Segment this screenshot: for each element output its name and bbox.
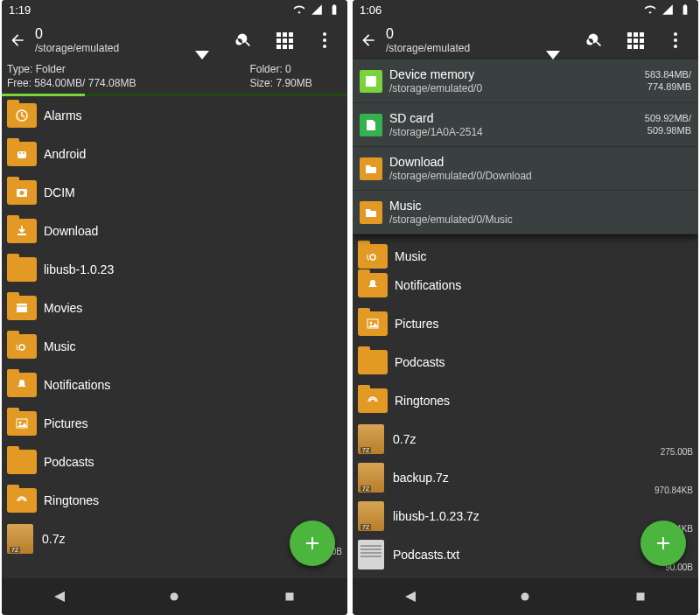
svg-point-2 [19,152,21,154]
list-item[interactable]: Ringtones [2,481,347,520]
wifi-icon [293,3,305,16]
overflow-menu-button[interactable] [309,32,340,48]
view-grid-button[interactable] [269,32,300,49]
item-dir-label [307,164,342,171]
item-name: Movies [44,301,342,315]
list-item[interactable]: Download [2,212,347,250]
overflow-menu-button[interactable] [660,32,691,48]
battery-icon [679,3,691,16]
folder-icon [7,411,37,436]
search-button[interactable] [579,31,611,49]
item-name: Music [395,249,693,263]
nav-recent-button[interactable] [280,587,299,606]
item-name: Ringtones [44,493,342,507]
view-grid-button[interactable] [620,32,651,49]
nav-back-button[interactable] [50,587,69,606]
dropdown-title: Device memory [389,67,645,82]
signal-icon [662,3,674,16]
dropdown-title: SD card [389,111,645,126]
item-name: backup.7z [393,471,693,485]
breadcrumb[interactable]: 0 /storage/emulated [35,25,190,55]
list-item[interactable]: Ringtones [353,381,698,420]
screen-right: 1:06 0 /storage/emulated Device memory/s… [353,0,698,615]
path-title: 0 [35,25,190,42]
dropdown-item[interactable]: SD card/storage/1A0A-2514 509.92MB/509.9… [353,103,698,147]
item-name: Pictures [395,317,693,331]
back-icon[interactable] [9,31,26,49]
list-item[interactable]: Music [353,247,698,266]
item-name: Android [44,147,342,161]
list-item[interactable]: Notifications [2,366,347,404]
item-dir-label [658,333,693,341]
folder-icon [7,334,37,359]
list-item[interactable]: Podcasts [2,443,347,481]
grid-icon [627,32,644,49]
file-list[interactable]: MusicNotificationsPicturesPodcastsRingto… [353,247,698,574]
svg-point-5 [20,191,24,195]
list-item[interactable]: DCIM [2,173,347,212]
list-item[interactable]: Pictures [2,404,347,443]
chevron-down-icon[interactable] [195,51,209,59]
breadcrumb[interactable]: 0 /storage/emulated [386,25,541,55]
list-item[interactable]: libusb-1.0.23 [2,250,347,289]
list-item[interactable]: Music [2,327,347,366]
plus-icon [302,533,323,554]
list-item[interactable]: Pictures [353,304,698,343]
svg-point-3 [23,152,24,154]
folder-icon [7,296,37,320]
item-size: 970.84KB [654,486,693,495]
list-item[interactable]: Android [2,135,347,173]
search-button[interactable] [228,31,260,49]
dropdown-item[interactable]: Download/storage/emulated/0/Download [353,147,698,191]
list-item[interactable]: Alarms [2,96,347,135]
file-list[interactable]: AlarmsAndroidDCIMDownloadlibusb-1.0.23Mo… [2,96,347,558]
search-icon [586,31,604,49]
folder-icon [360,157,382,180]
dropdown-size: 509.92MB/509.98MB [645,113,691,136]
folder-icon [7,219,37,243]
nav-back-button[interactable] [401,587,420,606]
list-item[interactable]: 0.7z275.00B [353,420,698,458]
list-item[interactable]: Notifications [353,266,698,304]
dropdown-item[interactable]: Device memory/storage/emulated/0 583.84M… [353,59,698,103]
dropdown-size: 583.84MB/774.89MB [645,69,691,92]
svg-rect-15 [637,593,645,601]
archive-icon [358,463,384,493]
device-icon [360,70,382,93]
folder-icon [7,488,37,513]
folder-icon [358,388,388,413]
list-item[interactable]: Movies [2,289,347,327]
item-dir-label [307,279,342,287]
svg-point-13 [370,322,373,325]
chevron-down-icon[interactable] [546,51,560,59]
archive-icon [7,524,33,554]
dots-icon [323,32,326,48]
item-dir-label [658,410,693,418]
item-dir-label [307,356,342,364]
list-item[interactable]: backup.7z970.84KB [353,458,698,497]
status-icons [293,3,340,16]
item-dir-label [307,395,342,402]
status-bar: 1:19 [2,0,347,19]
nav-recent-button[interactable] [631,587,650,606]
item-size: 275.00B [661,447,693,457]
list-item[interactable]: Podcasts [353,343,698,381]
battery-icon [328,3,340,16]
item-name: libusb-1.0.23 [44,262,342,276]
status-time: 1:19 [9,3,31,17]
item-name: DCIM [44,185,342,199]
fab-add-button[interactable] [290,521,335,566]
nav-home-button[interactable] [164,587,184,606]
info-type: Type: Folder [7,63,136,77]
dropdown-item[interactable]: Music/storage/emulated/0/Music [353,191,698,234]
svg-rect-11 [366,76,376,87]
folder-icon [7,373,37,397]
dropdown-path: /storage/1A0A-2514 [389,126,645,138]
search-icon [235,31,253,49]
nav-home-button[interactable] [515,587,535,606]
folder-icon [358,273,388,297]
back-icon[interactable] [360,31,377,49]
grid-icon [276,32,293,49]
fab-add-button[interactable] [640,521,686,566]
item-name: Alarms [44,108,342,122]
